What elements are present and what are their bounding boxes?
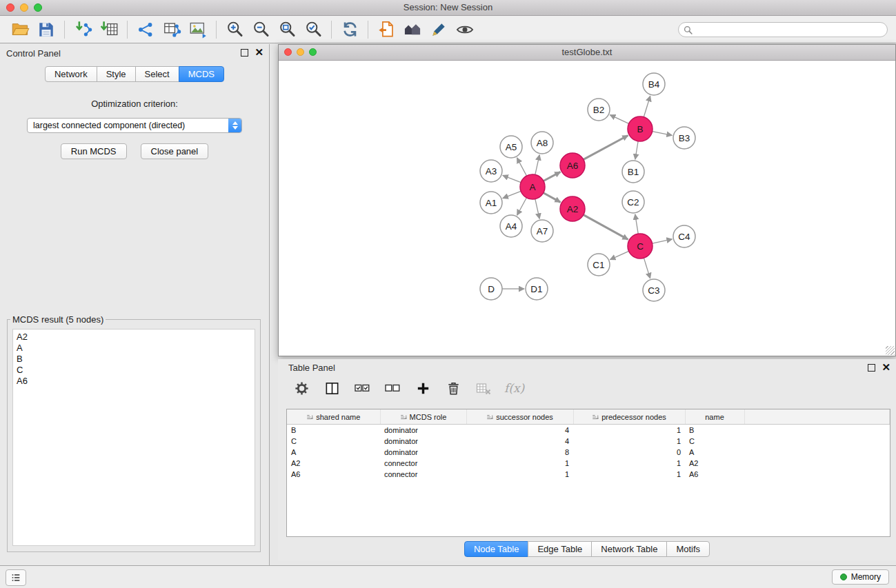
graph-edge-A-A8[interactable] (535, 155, 539, 175)
table-row[interactable]: Bdominator41B (287, 425, 890, 436)
graph-node-A4[interactable]: A4 (500, 215, 522, 237)
mcds-result-item[interactable]: A6 (17, 376, 251, 387)
graph-node-D[interactable]: D (480, 278, 502, 300)
table-row[interactable]: A2connector11A2 (287, 458, 890, 469)
graph-edge-A-A2[interactable] (544, 193, 561, 203)
import-network-file-icon[interactable] (70, 19, 96, 41)
column-header-shared-name[interactable]: shared name (287, 409, 380, 425)
tab-network[interactable]: Network (45, 66, 97, 82)
dropdown-stepper-icon[interactable] (228, 119, 241, 132)
graph-edge-C-C1[interactable] (610, 251, 628, 259)
mcds-result-item[interactable]: B (17, 354, 251, 365)
graph-edge-A-A5[interactable] (517, 158, 526, 176)
export-image-icon[interactable] (185, 19, 211, 41)
search-input[interactable] (678, 22, 888, 37)
refresh-icon[interactable] (337, 19, 363, 41)
graph-node-C2[interactable]: C2 (622, 191, 644, 213)
graph-node-A3[interactable]: A3 (480, 160, 502, 182)
graph-edge-A6-B[interactable] (584, 136, 628, 160)
graph-node-A6[interactable]: A6 (560, 153, 585, 178)
zoom-in-icon[interactable] (221, 19, 248, 41)
graph-node-A7[interactable]: A7 (531, 220, 553, 242)
mcds-result-list[interactable]: A2ABCA6 (12, 329, 255, 546)
tab-select[interactable]: Select (135, 66, 179, 82)
document-import-icon[interactable] (373, 19, 399, 41)
graph-node-D1[interactable]: D1 (526, 278, 548, 300)
select-all-icon[interactable] (352, 378, 372, 398)
tab-motifs[interactable]: Motifs (666, 541, 710, 557)
graph-node-C4[interactable]: C4 (673, 225, 695, 247)
graph-node-B2[interactable]: B2 (588, 99, 610, 121)
graph-edge-A-A7[interactable] (535, 199, 539, 219)
tab-style[interactable]: Style (97, 66, 136, 82)
graph-edge-B-B3[interactable] (653, 132, 673, 136)
graph-node-B4[interactable]: B4 (643, 73, 665, 95)
graph-node-C1[interactable]: C1 (588, 254, 610, 276)
new-network-icon[interactable] (132, 19, 159, 41)
graph-node-B[interactable]: B (628, 116, 653, 141)
network-table-icon[interactable] (159, 19, 185, 41)
criterion-dropdown[interactable]: largest connected component (directed) (27, 118, 242, 133)
memory-button[interactable]: Memory (832, 569, 889, 585)
graph-node-A1[interactable]: A1 (480, 192, 502, 214)
table-row[interactable]: A6connector11A6 (287, 469, 890, 480)
graph-node-B1[interactable]: B1 (622, 161, 644, 183)
zoom-out-icon[interactable] (248, 19, 274, 41)
graph-node-A8[interactable]: A8 (531, 132, 553, 154)
table-row[interactable]: Cdominator41C (287, 436, 890, 447)
graph-edge-C-C3[interactable] (644, 258, 650, 278)
graph-node-A5[interactable]: A5 (500, 136, 522, 158)
close-window-icon[interactable] (6, 3, 14, 12)
mcds-result-item[interactable]: A2 (17, 332, 251, 343)
save-session-icon[interactable] (33, 19, 59, 41)
close-panel-icon[interactable]: ✕ (255, 48, 263, 57)
column-header-mcds-role[interactable]: MCDS role (380, 409, 466, 425)
column-header-predecessor-nodes[interactable]: predecessor nodes (573, 409, 685, 425)
annotation-pen-icon[interactable] (426, 19, 452, 41)
graph-edge-A-A4[interactable] (517, 198, 527, 215)
zoom-window-icon[interactable] (34, 3, 42, 12)
float-table-panel-icon[interactable] (868, 364, 875, 372)
graph-edge-A-A6[interactable] (544, 172, 560, 181)
graph-edge-B-B1[interactable] (635, 141, 638, 159)
resize-grip[interactable] (886, 346, 895, 355)
table-row[interactable]: Adominator80A (287, 447, 890, 458)
float-panel-icon[interactable] (241, 49, 248, 57)
run-mcds-button[interactable]: Run MCDS (61, 143, 127, 159)
close-panel-button[interactable]: Close panel (141, 143, 209, 159)
graph-edge-C-C4[interactable] (653, 239, 673, 243)
graph-node-A2[interactable]: A2 (560, 196, 585, 221)
minimize-window-icon[interactable] (20, 3, 28, 12)
tab-network-table[interactable]: Network Table (591, 541, 667, 557)
column-header-successor-nodes[interactable]: successor nodes (466, 409, 573, 425)
import-table-file-icon[interactable] (96, 19, 122, 41)
graph-node-C[interactable]: C (628, 234, 653, 258)
task-history-button[interactable] (6, 569, 26, 586)
minimize-network-icon[interactable] (297, 48, 304, 56)
deselect-all-icon[interactable] (383, 378, 402, 398)
tab-mcds[interactable]: MCDS (179, 66, 224, 82)
zoom-fit-icon[interactable] (274, 19, 300, 41)
open-session-icon[interactable] (7, 19, 33, 41)
show-columns-icon[interactable] (322, 378, 341, 398)
delete-table-icon[interactable] (474, 378, 493, 398)
tab-node-table[interactable]: Node Table (464, 541, 529, 557)
graph-edge-A-A3[interactable] (503, 175, 521, 182)
graph-edge-B-B4[interactable] (644, 96, 650, 117)
graph-node-B3[interactable]: B3 (673, 127, 695, 149)
close-network-icon[interactable] (284, 48, 292, 56)
graph-edge-A2-C[interactable] (584, 215, 628, 240)
column-header-name[interactable]: name (685, 409, 744, 425)
mcds-result-item[interactable]: C (17, 365, 251, 376)
add-column-icon[interactable] (413, 378, 432, 398)
mcds-result-item[interactable]: A (17, 343, 251, 354)
home-icon[interactable] (399, 19, 426, 41)
table-settings-gear-icon[interactable] (292, 378, 311, 398)
tab-edge-table[interactable]: Edge Table (528, 541, 592, 557)
function-builder-icon[interactable]: f(x) (504, 381, 524, 395)
graph-edge-A-A1[interactable] (503, 191, 521, 198)
delete-column-trash-icon[interactable] (444, 378, 463, 398)
zoom-selected-icon[interactable] (300, 19, 326, 41)
graph-node-C3[interactable]: C3 (643, 279, 665, 301)
graph-node-A[interactable]: A (520, 174, 545, 199)
